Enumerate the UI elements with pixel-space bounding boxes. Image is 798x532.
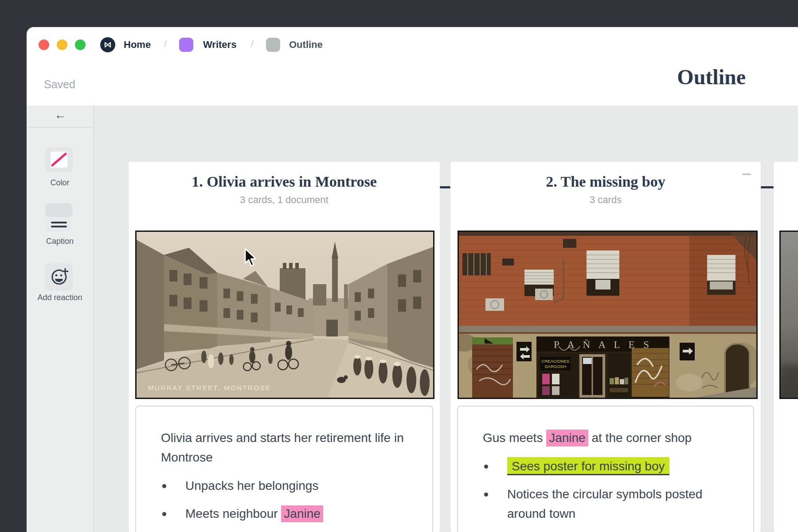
bullet-list: Sees poster for missing boy Notices the … (483, 457, 735, 524)
card-image-partial[interactable] (779, 231, 798, 399)
photo-caption: MURRAY STREET, MONTROSE (148, 384, 271, 391)
smiley-plus-icon (45, 263, 73, 291)
color-tool-label: Color (27, 178, 93, 188)
bullet-dot (484, 465, 488, 469)
card-text-block[interactable]: Olivia arrives and starts her retirement… (135, 406, 433, 532)
card-partial[interactable] (774, 162, 798, 532)
color-tool-button[interactable] (45, 147, 73, 172)
highlight-janine: Janine (546, 430, 588, 446)
add-reaction-button[interactable] (45, 263, 73, 291)
app-frame: Home / Writers / Outline Saved Outline ←… (0, 0, 798, 532)
breadcrumb-swatch-writers[interactable] (179, 38, 193, 52)
shop-sign2-line1: CREACIONES (542, 359, 570, 364)
board-title[interactable]: Outline (677, 65, 746, 89)
bullet-dot (162, 484, 166, 488)
list-item[interactable]: Notices the circular symbols posted arou… (483, 485, 735, 524)
minimize-button[interactable] (57, 39, 67, 50)
breadcrumb-item-home[interactable] (100, 37, 115, 52)
caption-tool-button[interactable] (45, 203, 73, 217)
card-image-corner-shop[interactable]: P A Ñ A L E S CREACIONES DARGOSH (458, 231, 758, 399)
sidebar-divider (27, 127, 93, 128)
breadcrumb-label-writers[interactable]: Writers (203, 39, 236, 51)
caption-line-icon (51, 222, 67, 223)
close-button[interactable] (39, 39, 49, 50)
breadcrumb-label-home[interactable]: Home (124, 39, 151, 51)
highlight-missing-boy: Sees poster for missing boy (507, 457, 669, 475)
zoom-button[interactable] (75, 39, 86, 50)
color-none-icon (51, 152, 67, 168)
breadcrumb-separator: / (164, 39, 167, 49)
card-text-block[interactable]: Gus meets Janine at the corner shop Sees… (457, 406, 754, 532)
shop-sign2-line2: DARGOSH (545, 364, 566, 369)
card-subtitle: 3 cards (455, 194, 756, 206)
breadcrumb-label-outline[interactable]: Outline (289, 39, 323, 51)
card-connector (761, 186, 774, 188)
card-olivia[interactable]: 1. Olivia arrives in Montrose 3 cards, 1… (129, 162, 440, 532)
card-title[interactable]: 2. The missing boy (455, 173, 756, 190)
bullet-list: Unpacks her belongings Meets neighbour J… (161, 476, 415, 524)
caption-tool-button[interactable] (45, 218, 73, 232)
list-item[interactable]: Meets neighbour Janine (161, 504, 415, 524)
breadcrumb-separator: / (251, 39, 254, 49)
collapse-card-handle[interactable] (742, 173, 751, 175)
card-title[interactable]: 1. Olivia arrives in Montrose (133, 173, 435, 190)
highlight-janine: Janine (281, 505, 323, 522)
caption-line-icon (51, 226, 67, 227)
card-missing-boy[interactable]: 2. The missing boy 3 cards (450, 162, 761, 532)
list-item[interactable]: Unpacks her belongings (161, 476, 415, 496)
milanote-logo-icon (103, 40, 113, 50)
card-subtitle: 3 cards, 1 document (133, 194, 435, 206)
save-status: Saved (44, 78, 75, 91)
paragraph[interactable]: Olivia arrives and starts her retirement… (161, 428, 415, 467)
card-connector (440, 186, 450, 188)
back-arrow-button[interactable]: ← (50, 108, 71, 124)
add-reaction-label: Add reaction (27, 293, 93, 302)
bullet-dot (162, 512, 166, 516)
list-item[interactable]: Sees poster for missing boy (483, 457, 735, 476)
paragraph[interactable]: Gus meets Janine at the corner shop (483, 428, 735, 448)
caption-tool-label: Caption (27, 237, 93, 246)
bullet-dot (484, 493, 488, 497)
breadcrumb-swatch-outline[interactable] (266, 38, 280, 52)
card-image-montrose-street[interactable]: MURRAY STREET, MONTROSE (135, 231, 434, 399)
